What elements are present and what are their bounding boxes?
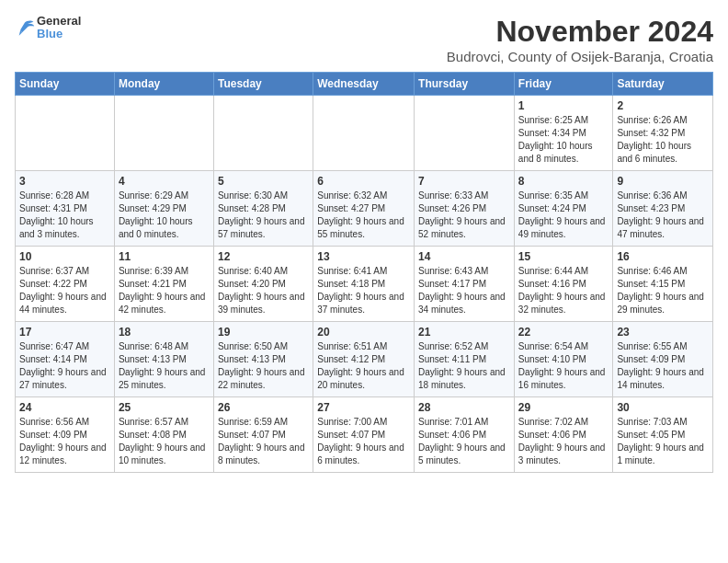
month-title: November 2024 xyxy=(447,15,713,49)
day-number: 17 xyxy=(19,326,110,339)
day-info: Sunrise: 6:48 AM Sunset: 4:13 PM Dayligh… xyxy=(119,340,210,392)
calendar-cell: 2Sunrise: 6:26 AM Sunset: 4:32 PM Daylig… xyxy=(613,96,713,171)
day-info: Sunrise: 7:01 AM Sunset: 4:06 PM Dayligh… xyxy=(418,416,510,467)
day-number: 16 xyxy=(617,250,709,263)
day-number: 7 xyxy=(418,175,510,188)
day-info: Sunrise: 6:36 AM Sunset: 4:23 PM Dayligh… xyxy=(617,190,709,241)
day-info: Sunrise: 6:30 AM Sunset: 4:28 PM Dayligh… xyxy=(218,190,309,241)
day-info: Sunrise: 7:00 AM Sunset: 4:07 PM Dayligh… xyxy=(317,416,410,467)
day-number: 9 xyxy=(617,175,709,188)
day-number: 14 xyxy=(418,250,510,263)
calendar-cell: 23Sunrise: 6:55 AM Sunset: 4:09 PM Dayli… xyxy=(613,322,713,397)
day-info: Sunrise: 6:54 AM Sunset: 4:10 PM Dayligh… xyxy=(518,340,609,392)
calendar-cell: 12Sunrise: 6:40 AM Sunset: 4:20 PM Dayli… xyxy=(213,247,313,322)
day-info: Sunrise: 6:35 AM Sunset: 4:24 PM Dayligh… xyxy=(518,190,609,241)
day-number: 23 xyxy=(617,326,709,339)
week-row-4: 17Sunrise: 6:47 AM Sunset: 4:14 PM Dayli… xyxy=(16,322,713,397)
day-number: 30 xyxy=(617,401,709,414)
logo-blue: Blue xyxy=(37,28,81,40)
calendar-table: SundayMondayTuesdayWednesdayThursdayFrid… xyxy=(15,72,713,473)
location-title: Budrovci, County of Osijek-Baranja, Croa… xyxy=(447,49,713,64)
day-info: Sunrise: 6:50 AM Sunset: 4:13 PM Dayligh… xyxy=(218,340,309,392)
weekday-header-wednesday: Wednesday xyxy=(313,73,415,96)
calendar-cell: 24Sunrise: 6:56 AM Sunset: 4:09 PM Dayli… xyxy=(16,397,115,473)
calendar-cell: 16Sunrise: 6:46 AM Sunset: 4:15 PM Dayli… xyxy=(613,247,713,322)
calendar-cell: 18Sunrise: 6:48 AM Sunset: 4:13 PM Dayli… xyxy=(114,322,213,397)
day-info: Sunrise: 6:52 AM Sunset: 4:11 PM Dayligh… xyxy=(418,340,510,392)
weekday-header-friday: Friday xyxy=(514,73,613,96)
calendar-cell: 17Sunrise: 6:47 AM Sunset: 4:14 PM Dayli… xyxy=(16,322,115,397)
day-info: Sunrise: 6:32 AM Sunset: 4:27 PM Dayligh… xyxy=(317,190,410,241)
day-info: Sunrise: 6:33 AM Sunset: 4:26 PM Dayligh… xyxy=(418,190,510,241)
calendar-cell: 7Sunrise: 6:33 AM Sunset: 4:26 PM Daylig… xyxy=(415,171,515,247)
calendar-cell: 27Sunrise: 7:00 AM Sunset: 4:07 PM Dayli… xyxy=(313,397,415,473)
calendar-cell: 3Sunrise: 6:28 AM Sunset: 4:31 PM Daylig… xyxy=(16,171,115,247)
calendar-cell: 4Sunrise: 6:29 AM Sunset: 4:29 PM Daylig… xyxy=(114,171,213,247)
day-number: 25 xyxy=(119,401,210,414)
weekday-header-sunday: Sunday xyxy=(16,73,115,96)
week-row-1: 1Sunrise: 6:25 AM Sunset: 4:34 PM Daylig… xyxy=(16,96,713,171)
day-info: Sunrise: 7:03 AM Sunset: 4:05 PM Dayligh… xyxy=(617,416,709,467)
day-number: 28 xyxy=(418,401,510,414)
day-info: Sunrise: 6:40 AM Sunset: 4:20 PM Dayligh… xyxy=(218,265,309,316)
calendar-cell: 10Sunrise: 6:37 AM Sunset: 4:22 PM Dayli… xyxy=(16,247,115,322)
weekday-header-monday: Monday xyxy=(114,73,213,96)
calendar-cell: 14Sunrise: 6:43 AM Sunset: 4:17 PM Dayli… xyxy=(415,247,515,322)
day-info: Sunrise: 6:28 AM Sunset: 4:31 PM Dayligh… xyxy=(19,190,110,241)
day-info: Sunrise: 6:59 AM Sunset: 4:07 PM Dayligh… xyxy=(218,416,309,467)
day-number: 5 xyxy=(218,175,309,188)
calendar-cell: 28Sunrise: 7:01 AM Sunset: 4:06 PM Dayli… xyxy=(415,397,515,473)
calendar-cell: 30Sunrise: 7:03 AM Sunset: 4:05 PM Dayli… xyxy=(613,397,713,473)
weekday-header-tuesday: Tuesday xyxy=(213,73,313,96)
day-info: Sunrise: 6:46 AM Sunset: 4:15 PM Dayligh… xyxy=(617,265,709,316)
day-info: Sunrise: 6:47 AM Sunset: 4:14 PM Dayligh… xyxy=(19,340,110,392)
calendar-cell: 29Sunrise: 7:02 AM Sunset: 4:06 PM Dayli… xyxy=(514,397,613,473)
calendar-cell: 22Sunrise: 6:54 AM Sunset: 4:10 PM Dayli… xyxy=(514,322,613,397)
week-row-2: 3Sunrise: 6:28 AM Sunset: 4:31 PM Daylig… xyxy=(16,171,713,247)
day-info: Sunrise: 6:39 AM Sunset: 4:21 PM Dayligh… xyxy=(119,265,210,316)
day-info: Sunrise: 6:55 AM Sunset: 4:09 PM Dayligh… xyxy=(617,340,709,392)
day-info: Sunrise: 6:43 AM Sunset: 4:17 PM Dayligh… xyxy=(418,265,510,316)
weekday-header-row: SundayMondayTuesdayWednesdayThursdayFrid… xyxy=(16,73,713,96)
day-number: 2 xyxy=(617,99,709,112)
calendar-cell: 19Sunrise: 6:50 AM Sunset: 4:13 PM Dayli… xyxy=(213,322,313,397)
logo-bird-icon xyxy=(15,19,35,36)
day-number: 12 xyxy=(218,250,309,263)
day-number: 10 xyxy=(19,250,110,263)
weekday-header-saturday: Saturday xyxy=(613,73,713,96)
day-info: Sunrise: 7:02 AM Sunset: 4:06 PM Dayligh… xyxy=(518,416,609,467)
day-info: Sunrise: 6:26 AM Sunset: 4:32 PM Dayligh… xyxy=(617,114,709,166)
week-row-3: 10Sunrise: 6:37 AM Sunset: 4:22 PM Dayli… xyxy=(16,247,713,322)
weekday-header-thursday: Thursday xyxy=(415,73,515,96)
calendar-cell xyxy=(415,96,515,171)
title-block: November 2024 Budrovci, County of Osijek… xyxy=(447,15,713,64)
calendar-cell: 5Sunrise: 6:30 AM Sunset: 4:28 PM Daylig… xyxy=(213,171,313,247)
calendar-cell: 21Sunrise: 6:52 AM Sunset: 4:11 PM Dayli… xyxy=(415,322,515,397)
logo: General Blue xyxy=(15,15,81,41)
day-number: 8 xyxy=(518,175,609,188)
calendar-cell: 1Sunrise: 6:25 AM Sunset: 4:34 PM Daylig… xyxy=(514,96,613,171)
day-number: 20 xyxy=(317,326,410,339)
day-number: 19 xyxy=(218,326,309,339)
logo-general: General xyxy=(37,15,81,28)
calendar-cell: 13Sunrise: 6:41 AM Sunset: 4:18 PM Dayli… xyxy=(313,247,415,322)
day-info: Sunrise: 6:29 AM Sunset: 4:29 PM Dayligh… xyxy=(119,190,210,241)
day-info: Sunrise: 6:37 AM Sunset: 4:22 PM Dayligh… xyxy=(19,265,110,316)
page-header: General Blue November 2024 Budrovci, Cou… xyxy=(15,15,713,64)
day-info: Sunrise: 6:25 AM Sunset: 4:34 PM Dayligh… xyxy=(518,114,609,166)
calendar-cell: 9Sunrise: 6:36 AM Sunset: 4:23 PM Daylig… xyxy=(613,171,713,247)
day-number: 13 xyxy=(317,250,410,263)
day-info: Sunrise: 6:57 AM Sunset: 4:08 PM Dayligh… xyxy=(119,416,210,467)
day-number: 4 xyxy=(119,175,210,188)
calendar-cell xyxy=(213,96,313,171)
calendar-cell: 11Sunrise: 6:39 AM Sunset: 4:21 PM Dayli… xyxy=(114,247,213,322)
day-number: 22 xyxy=(518,326,609,339)
day-number: 24 xyxy=(19,401,110,414)
day-info: Sunrise: 6:44 AM Sunset: 4:16 PM Dayligh… xyxy=(518,265,609,316)
day-number: 3 xyxy=(19,175,110,188)
calendar-cell xyxy=(114,96,213,171)
day-info: Sunrise: 6:56 AM Sunset: 4:09 PM Dayligh… xyxy=(19,416,110,467)
calendar-cell: 20Sunrise: 6:51 AM Sunset: 4:12 PM Dayli… xyxy=(313,322,415,397)
calendar-cell xyxy=(313,96,415,171)
day-number: 15 xyxy=(518,250,609,263)
